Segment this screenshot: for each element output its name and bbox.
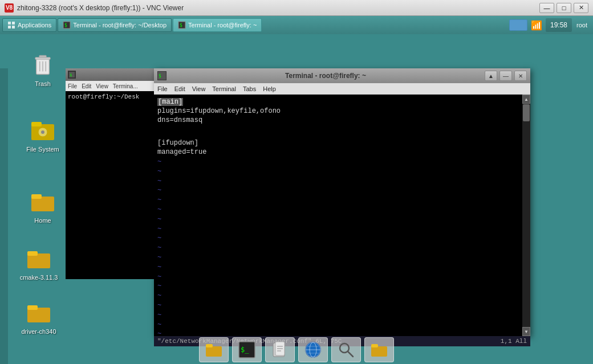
term-line-2-text: plugins=ifupdown,keyfile,ofono [157,107,281,115]
svg-rect-3 [12,26,15,28]
menu-help[interactable]: Help [263,85,276,92]
bottom-folder-icon [205,341,223,359]
term-line-1-text: [main] [157,98,183,106]
vnc-maximize-button[interactable]: □ [557,3,571,13]
term-back-menu-edit[interactable]: Edit [82,83,91,89]
svg-rect-19 [31,194,42,199]
terminal-scrollbar[interactable]: ▲ ▼ [522,95,530,336]
desktop-icon-trash[interactable]: Trash [20,48,66,89]
bottom-taskbar: $_ [0,336,593,364]
desktop-icon-cmake[interactable]: cmake-3.11.3 [16,242,62,283]
vnc-window-controls: — □ ✕ [539,3,588,13]
term-back-menu-view[interactable]: View [96,83,108,89]
bottom-terminal-button[interactable]: $_ [232,337,262,362]
svg-rect-30 [206,346,222,357]
desktop-icon-home[interactable]: Home [20,185,66,226]
term-line-3: dns=dnsmasq [157,116,519,124]
menu-file[interactable]: File [157,85,168,92]
vnc-minimize-button[interactable]: — [539,3,554,13]
desktop-icon-driver[interactable]: driver-ch340 [16,296,62,337]
scroll-thumb[interactable] [523,104,530,121]
svg-rect-47 [371,346,387,357]
bottom-files-button[interactable] [265,337,295,362]
terminal-back-icon: $ [68,71,76,79]
svg-text:$: $ [64,23,67,28]
driver-icon [25,298,52,326]
terminal-close-button[interactable]: ✕ [514,71,527,81]
terminal-back-prompt: root@firefly:~/Desk [68,93,139,100]
svg-rect-23 [27,305,38,310]
svg-rect-9 [35,58,50,60]
term-line-5: [ifupdown] [157,139,519,147]
term-line-5-text: [ifupdown] [157,139,198,147]
trash-icon-label: Trash [35,80,51,87]
menu-view[interactable]: View [192,85,206,92]
taskbar-user: root [573,22,591,28]
taskbar-terminal1-button[interactable]: $ Terminal - root@firefly: ~/Desktop [58,18,172,32]
terminal-main-icon: $ [157,71,166,80]
vnc-titlebar: V8 zhitong-3328 (root's X desktop (firef… [0,0,593,16]
terminal1-icon: $ [63,21,71,29]
terminal-back-content[interactable]: root@firefly:~/Desk [66,91,154,279]
desktop: Trash File System Home [0,34,593,364]
trash-icon [29,51,56,78]
taskbar: Applications $ Terminal - root@firefly: … [0,16,593,34]
cmake-icon [25,244,52,272]
term-line-6: managed=true [157,148,519,156]
svg-text:$: $ [180,23,182,28]
svg-rect-2 [8,26,11,28]
term-line-6-text: managed=true [157,148,206,156]
svg-rect-31 [206,344,213,347]
home-icon-label: Home [34,217,51,224]
svg-rect-0 [8,22,11,24]
menu-edit[interactable]: Edit [174,85,185,92]
terminal-up-button[interactable]: ▲ [485,71,497,81]
vnc-close-button[interactable]: ✕ [574,3,588,13]
svg-text:$_: $_ [241,346,249,354]
bottom-folder2-button[interactable] [364,337,394,362]
bottom-browser-button[interactable] [298,337,328,362]
bottom-folder2-icon [370,341,388,359]
bottom-browser-icon [304,341,322,359]
menu-tabs[interactable]: Tabs [243,85,256,92]
scroll-track[interactable] [522,104,530,327]
term-line-1: [main] [157,98,519,106]
svg-rect-21 [27,251,38,256]
scroll-up-button[interactable]: ▲ [522,95,530,104]
vnc-title-text: zhitong-3328 (root's X desktop (firefly:… [17,4,539,12]
menu-terminal[interactable]: Terminal [212,85,236,92]
taskbar-indicator [509,19,527,31]
svg-rect-10 [39,55,46,58]
taskbar-terminal2-button[interactable]: $ Terminal - root@firefly: ~ [173,18,262,32]
svg-rect-48 [371,344,378,347]
term-back-menu-file[interactable]: File [68,83,77,89]
bottom-search-button[interactable] [331,337,361,362]
terminal-minimize-button[interactable]: — [499,71,512,81]
term-back-menu-terminal[interactable]: Termina... [113,83,138,89]
terminal-main-menubar: File Edit View Terminal Tabs Help [154,83,530,95]
scroll-down-button[interactable]: ▼ [522,327,530,336]
bottom-files-icon [271,341,289,359]
bottom-search-icon [337,341,355,359]
desktop-icon-filesystem[interactable]: File System [20,114,66,155]
term-line-4 [157,125,519,133]
svg-text:$: $ [70,73,72,77]
term-line-3-text: dns=dnsmasq [157,116,202,124]
terminal-main-title: Terminal - root@firefly: ~ [169,72,482,80]
svg-text:$: $ [159,73,161,79]
taskbar-wifi-icon: 📶 [529,20,545,31]
home-icon [29,187,56,215]
filesystem-icon [29,116,56,144]
terminal-main-content[interactable]: [main] plugins=ifupdown,keyfile,ofono dn… [154,95,522,336]
filesystem-icon-label: File System [26,146,59,153]
terminal-back-titlebar: $ [66,68,154,81]
term-line-2: plugins=ifupdown,keyfile,ofono [157,107,519,115]
taskbar-applications-button[interactable]: Applications [2,18,56,32]
terminal-back-window: $ File Edit View Termina... root@firefly… [66,68,154,279]
svg-point-17 [41,130,44,134]
terminal2-icon: $ [178,21,186,29]
cmake-icon-label: cmake-3.11.3 [20,274,58,281]
terminal-main-body: [main] plugins=ifupdown,keyfile,ofono dn… [154,95,530,336]
bottom-folder-button[interactable] [199,337,229,362]
side-strip [0,68,8,364]
